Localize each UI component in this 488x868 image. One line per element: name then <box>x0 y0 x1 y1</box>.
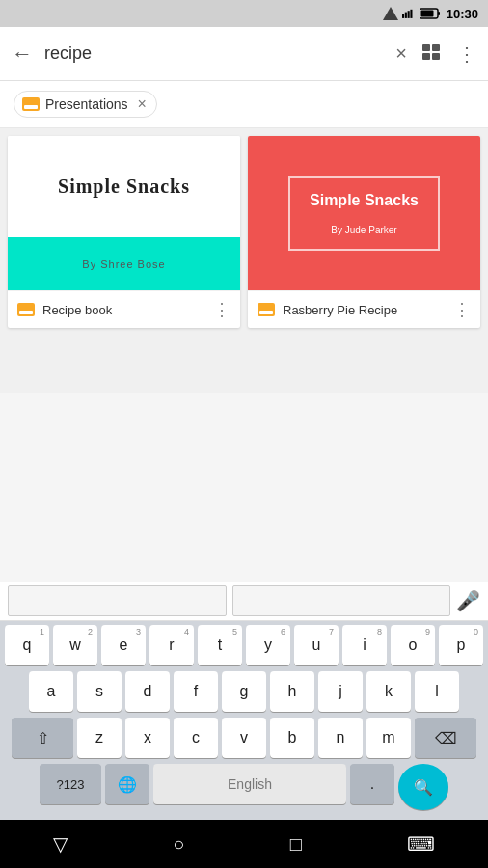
card2-name: Rasberry Pie Recipe <box>283 303 446 317</box>
svg-rect-1 <box>402 14 404 18</box>
status-bar: 10:30 <box>0 0 488 27</box>
keyboard-row-3: ⇧ z x c v b n m ⌫ <box>2 718 486 758</box>
nav-keyboard-button[interactable]: ⌨ <box>407 832 435 855</box>
card1-name: Recipe book <box>42 303 205 317</box>
status-time: 10:30 <box>447 7 478 21</box>
key-p[interactable]: 0p <box>439 625 483 665</box>
bottom-nav: ▽ ○ □ ⌨ <box>0 820 488 868</box>
svg-rect-2 <box>405 13 407 18</box>
chip-close-button[interactable]: × <box>138 95 147 113</box>
card1-footer-icon <box>17 303 35 316</box>
key-a[interactable]: a <box>29 671 73 712</box>
nav-back-button[interactable]: ▽ <box>53 832 68 855</box>
card-recipe-book[interactable]: Simple Snacks By Shree Bose Recipe book … <box>8 136 240 328</box>
keyboard-row-4: ?123 🌐 English . 🔍 <box>2 764 486 810</box>
key-x[interactable]: x <box>125 718 170 758</box>
shift-key[interactable]: ⇧ <box>12 718 73 758</box>
keyboard-input-row: 🎤 <box>0 582 488 621</box>
svg-rect-8 <box>422 44 430 51</box>
sym-key[interactable]: ?123 <box>40 764 101 804</box>
mic-button[interactable]: 🎤 <box>456 589 480 612</box>
key-i[interactable]: 8i <box>342 625 387 665</box>
key-w[interactable]: 2w <box>53 625 97 665</box>
key-k[interactable]: k <box>366 671 411 712</box>
keyboard-area: 🎤 1q 2w 3e 4r 5t 6y 7u 8i 9o 0p a s d f … <box>0 582 488 820</box>
keyboard-input-bar2[interactable] <box>232 585 451 616</box>
period-key[interactable]: . <box>350 764 394 804</box>
card2-preview: Simple Snacks By Jude Parker <box>248 136 480 290</box>
keyboard-row-1: 1q 2w 3e 4r 5t 6y 7u 8i 9o 0p <box>2 625 486 665</box>
svg-rect-3 <box>407 11 409 18</box>
key-d[interactable]: d <box>125 671 170 712</box>
key-c[interactable]: c <box>174 718 218 758</box>
svg-rect-6 <box>438 12 440 15</box>
key-h[interactable]: h <box>270 671 314 712</box>
card2-footer: Rasberry Pie Recipe ⋮ <box>248 290 480 328</box>
signal-icons <box>383 7 441 20</box>
key-z[interactable]: z <box>77 718 122 758</box>
grid-view-button[interactable] <box>422 42 442 65</box>
card1-preview: Simple Snacks By Shree Bose <box>8 136 240 290</box>
key-j[interactable]: j <box>318 671 363 712</box>
key-y[interactable]: 6y <box>246 625 290 665</box>
nav-home-button[interactable]: ○ <box>173 833 184 855</box>
svg-rect-9 <box>432 44 440 51</box>
content-grid: Simple Snacks By Shree Bose Recipe book … <box>0 128 488 336</box>
chip-label: Presentations <box>45 96 128 112</box>
key-e[interactable]: 3e <box>101 625 146 665</box>
search-query[interactable]: recipe <box>44 43 384 64</box>
backspace-key[interactable]: ⌫ <box>415 718 476 758</box>
spacer <box>0 336 488 393</box>
card1-footer: Recipe book ⋮ <box>8 290 240 328</box>
spacebar-key[interactable]: English <box>153 764 346 804</box>
card2-title: Simple Snacks <box>310 192 419 209</box>
keyboard-row-2: a s d f g h j k l <box>2 671 486 712</box>
presentations-filter-chip[interactable]: Presentations × <box>14 91 157 118</box>
keyboard: 1q 2w 3e 4r 5t 6y 7u 8i 9o 0p a s d f g … <box>0 621 488 820</box>
card-rasberry-pie[interactable]: Simple Snacks By Jude Parker Rasberry Pi… <box>248 136 480 328</box>
svg-rect-7 <box>420 11 433 17</box>
card2-footer-icon <box>258 303 275 316</box>
filter-bar: Presentations × <box>0 81 488 128</box>
key-n[interactable]: n <box>318 718 363 758</box>
key-q[interactable]: 1q <box>5 625 49 665</box>
search-actions: × ⋮ <box>395 42 476 66</box>
search-bar: ← recipe × ⋮ <box>0 27 488 81</box>
nav-recent-button[interactable]: □ <box>290 833 302 855</box>
key-f[interactable]: f <box>174 671 218 712</box>
svg-marker-0 <box>383 7 398 20</box>
card1-title: Simple Snacks <box>48 176 200 198</box>
svg-rect-11 <box>432 53 440 60</box>
card1-more-button[interactable]: ⋮ <box>213 299 230 320</box>
clear-button[interactable]: × <box>395 42 407 65</box>
card1-bottom: By Shree Bose <box>8 237 240 290</box>
key-l[interactable]: l <box>415 671 459 712</box>
svg-rect-10 <box>422 53 430 60</box>
back-button[interactable]: ← <box>12 41 33 67</box>
key-m[interactable]: m <box>366 718 411 758</box>
card2-more-button[interactable]: ⋮ <box>453 299 471 320</box>
key-r[interactable]: 4r <box>149 625 194 665</box>
key-v[interactable]: v <box>222 718 266 758</box>
key-g[interactable]: g <box>222 671 266 712</box>
card2-inner: Simple Snacks By Jude Parker <box>288 176 440 251</box>
globe-key[interactable]: 🌐 <box>105 764 149 804</box>
keyboard-input-bar[interactable] <box>8 585 227 616</box>
card1-subtitle: By Shree Bose <box>82 258 165 270</box>
key-b[interactable]: b <box>270 718 314 758</box>
key-t[interactable]: 5t <box>198 625 242 665</box>
key-s[interactable]: s <box>77 671 122 712</box>
more-options-button[interactable]: ⋮ <box>457 42 476 66</box>
key-o[interactable]: 9o <box>391 625 435 665</box>
search-key[interactable]: 🔍 <box>398 764 448 810</box>
svg-rect-4 <box>410 10 412 18</box>
key-u[interactable]: 7u <box>294 625 339 665</box>
card2-author: By Jude Parker <box>310 225 419 235</box>
presentations-chip-icon <box>22 97 40 111</box>
